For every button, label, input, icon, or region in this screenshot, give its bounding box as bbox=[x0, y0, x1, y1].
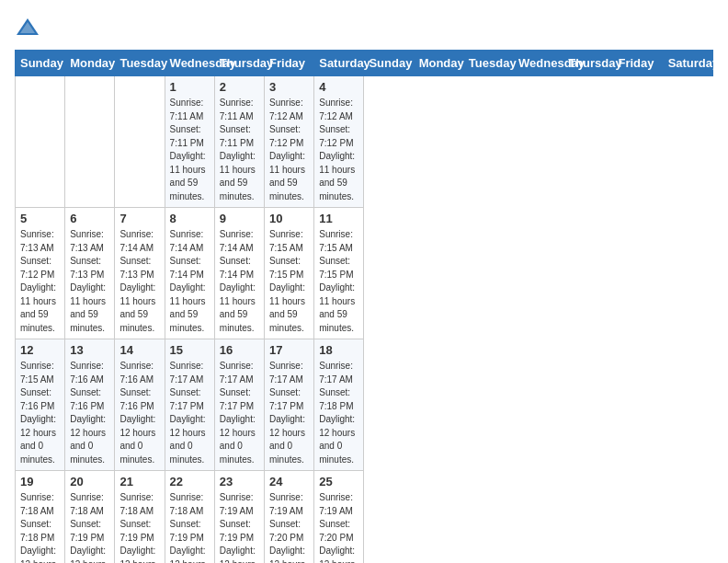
day-info: Sunrise: 7:19 AM Sunset: 7:20 PM Dayligh… bbox=[269, 491, 309, 563]
day-number: 25 bbox=[319, 475, 358, 488]
day-info: Sunrise: 7:18 AM Sunset: 7:19 PM Dayligh… bbox=[119, 491, 159, 563]
day-number: 10 bbox=[269, 212, 309, 225]
header-wednesday: Wednesday bbox=[165, 51, 214, 76]
day-number: 12 bbox=[20, 343, 60, 357]
day-number: 18 bbox=[319, 343, 358, 357]
day-info: Sunrise: 7:15 AM Sunset: 7:15 PM Dayligh… bbox=[269, 228, 309, 335]
header-thursday: Thursday bbox=[214, 51, 264, 76]
calendar-header-row: SundayMondayTuesdayWednesdayThursdayFrid… bbox=[16, 51, 713, 76]
calendar-week-row: 1Sunrise: 7:11 AM Sunset: 7:11 PM Daylig… bbox=[16, 76, 713, 208]
day-info: Sunrise: 7:18 AM Sunset: 7:19 PM Dayligh… bbox=[170, 491, 210, 563]
calendar-cell: 4Sunrise: 7:12 AM Sunset: 7:12 PM Daylig… bbox=[314, 76, 364, 208]
day-info: Sunrise: 7:17 AM Sunset: 7:18 PM Dayligh… bbox=[319, 360, 358, 466]
header-thursday: Thursday bbox=[563, 51, 613, 76]
calendar-week-row: 12Sunrise: 7:15 AM Sunset: 7:16 PM Dayli… bbox=[16, 339, 713, 471]
day-info: Sunrise: 7:19 AM Sunset: 7:19 PM Dayligh… bbox=[220, 491, 259, 563]
day-number: 19 bbox=[20, 475, 60, 488]
header-saturday: Saturday bbox=[663, 51, 712, 76]
header-friday: Friday bbox=[265, 51, 314, 76]
day-info: Sunrise: 7:14 AM Sunset: 7:13 PM Dayligh… bbox=[119, 228, 159, 335]
calendar-cell: 9Sunrise: 7:14 AM Sunset: 7:14 PM Daylig… bbox=[214, 208, 264, 339]
calendar-week-row: 19Sunrise: 7:18 AM Sunset: 7:18 PM Dayli… bbox=[16, 471, 713, 564]
calendar-cell bbox=[115, 76, 165, 208]
day-info: Sunrise: 7:18 AM Sunset: 7:18 PM Dayligh… bbox=[20, 491, 60, 563]
calendar-cell: 11Sunrise: 7:15 AM Sunset: 7:15 PM Dayli… bbox=[314, 208, 364, 339]
calendar-cell: 17Sunrise: 7:17 AM Sunset: 7:17 PM Dayli… bbox=[265, 339, 314, 471]
header-friday: Friday bbox=[613, 51, 663, 76]
day-number: 24 bbox=[269, 475, 309, 488]
calendar-cell: 3Sunrise: 7:12 AM Sunset: 7:12 PM Daylig… bbox=[265, 76, 314, 208]
day-number: 14 bbox=[119, 343, 159, 357]
day-number: 8 bbox=[170, 212, 210, 225]
header-monday: Monday bbox=[65, 51, 115, 76]
day-number: 1 bbox=[170, 80, 210, 94]
header-sunday: Sunday bbox=[16, 51, 65, 76]
header-wednesday: Wednesday bbox=[514, 51, 563, 76]
day-info: Sunrise: 7:14 AM Sunset: 7:14 PM Dayligh… bbox=[170, 228, 210, 335]
day-info: Sunrise: 7:11 AM Sunset: 7:11 PM Dayligh… bbox=[170, 97, 210, 203]
day-number: 15 bbox=[170, 343, 210, 357]
calendar-cell: 22Sunrise: 7:18 AM Sunset: 7:19 PM Dayli… bbox=[165, 471, 214, 564]
calendar-cell bbox=[65, 76, 115, 208]
day-number: 2 bbox=[220, 80, 259, 94]
day-info: Sunrise: 7:11 AM Sunset: 7:11 PM Dayligh… bbox=[220, 97, 259, 203]
header-tuesday: Tuesday bbox=[463, 51, 513, 76]
calendar-cell: 1Sunrise: 7:11 AM Sunset: 7:11 PM Daylig… bbox=[165, 76, 214, 208]
day-info: Sunrise: 7:12 AM Sunset: 7:12 PM Dayligh… bbox=[319, 97, 358, 203]
day-number: 17 bbox=[269, 343, 309, 357]
calendar-cell: 21Sunrise: 7:18 AM Sunset: 7:19 PM Dayli… bbox=[115, 471, 165, 564]
calendar-cell: 16Sunrise: 7:17 AM Sunset: 7:17 PM Dayli… bbox=[214, 339, 264, 471]
day-info: Sunrise: 7:13 AM Sunset: 7:12 PM Dayligh… bbox=[20, 228, 60, 335]
calendar-cell: 2Sunrise: 7:11 AM Sunset: 7:11 PM Daylig… bbox=[214, 76, 264, 208]
header-monday: Monday bbox=[414, 51, 463, 76]
calendar-cell: 15Sunrise: 7:17 AM Sunset: 7:17 PM Dayli… bbox=[165, 339, 214, 471]
calendar-cell: 10Sunrise: 7:15 AM Sunset: 7:15 PM Dayli… bbox=[265, 208, 314, 339]
day-info: Sunrise: 7:13 AM Sunset: 7:13 PM Dayligh… bbox=[70, 228, 109, 335]
calendar-cell: 18Sunrise: 7:17 AM Sunset: 7:18 PM Dayli… bbox=[314, 339, 364, 471]
day-number: 21 bbox=[119, 475, 159, 488]
day-number: 3 bbox=[269, 80, 309, 94]
day-number: 5 bbox=[20, 212, 60, 225]
day-number: 20 bbox=[70, 475, 109, 488]
calendar-week-row: 5Sunrise: 7:13 AM Sunset: 7:12 PM Daylig… bbox=[16, 208, 713, 339]
calendar-cell: 14Sunrise: 7:16 AM Sunset: 7:16 PM Dayli… bbox=[115, 339, 165, 471]
day-info: Sunrise: 7:15 AM Sunset: 7:15 PM Dayligh… bbox=[319, 228, 358, 335]
calendar-cell: 6Sunrise: 7:13 AM Sunset: 7:13 PM Daylig… bbox=[65, 208, 115, 339]
day-number: 4 bbox=[319, 80, 358, 94]
day-info: Sunrise: 7:17 AM Sunset: 7:17 PM Dayligh… bbox=[170, 360, 210, 466]
calendar-cell: 7Sunrise: 7:14 AM Sunset: 7:13 PM Daylig… bbox=[115, 208, 165, 339]
day-info: Sunrise: 7:15 AM Sunset: 7:16 PM Dayligh… bbox=[20, 360, 60, 466]
day-info: Sunrise: 7:17 AM Sunset: 7:17 PM Dayligh… bbox=[269, 360, 309, 466]
day-number: 11 bbox=[319, 212, 358, 225]
day-info: Sunrise: 7:14 AM Sunset: 7:14 PM Dayligh… bbox=[220, 228, 259, 335]
day-number: 9 bbox=[220, 212, 259, 225]
page-header bbox=[15, 15, 713, 40]
day-info: Sunrise: 7:16 AM Sunset: 7:16 PM Dayligh… bbox=[70, 360, 109, 466]
header-tuesday: Tuesday bbox=[115, 51, 165, 76]
day-number: 23 bbox=[220, 475, 259, 488]
day-info: Sunrise: 7:18 AM Sunset: 7:19 PM Dayligh… bbox=[70, 491, 109, 563]
calendar-cell: 13Sunrise: 7:16 AM Sunset: 7:16 PM Dayli… bbox=[65, 339, 115, 471]
day-info: Sunrise: 7:16 AM Sunset: 7:16 PM Dayligh… bbox=[119, 360, 159, 466]
calendar-cell: 19Sunrise: 7:18 AM Sunset: 7:18 PM Dayli… bbox=[16, 471, 65, 564]
header-saturday: Saturday bbox=[314, 51, 364, 76]
calendar-cell: 25Sunrise: 7:19 AM Sunset: 7:20 PM Dayli… bbox=[314, 471, 364, 564]
header-sunday: Sunday bbox=[364, 51, 414, 76]
logo-icon bbox=[15, 15, 40, 40]
day-info: Sunrise: 7:17 AM Sunset: 7:17 PM Dayligh… bbox=[220, 360, 259, 466]
logo bbox=[15, 15, 44, 40]
day-info: Sunrise: 7:12 AM Sunset: 7:12 PM Dayligh… bbox=[269, 97, 309, 203]
day-number: 6 bbox=[70, 212, 109, 225]
calendar-cell: 24Sunrise: 7:19 AM Sunset: 7:20 PM Dayli… bbox=[265, 471, 314, 564]
day-number: 22 bbox=[170, 475, 210, 488]
calendar-cell: 12Sunrise: 7:15 AM Sunset: 7:16 PM Dayli… bbox=[16, 339, 65, 471]
calendar-cell: 8Sunrise: 7:14 AM Sunset: 7:14 PM Daylig… bbox=[165, 208, 214, 339]
day-info: Sunrise: 7:19 AM Sunset: 7:20 PM Dayligh… bbox=[319, 491, 358, 563]
day-number: 7 bbox=[119, 212, 159, 225]
calendar-cell bbox=[16, 76, 65, 208]
day-number: 16 bbox=[220, 343, 259, 357]
day-number: 13 bbox=[70, 343, 109, 357]
calendar-cell: 23Sunrise: 7:19 AM Sunset: 7:19 PM Dayli… bbox=[214, 471, 264, 564]
calendar-cell: 5Sunrise: 7:13 AM Sunset: 7:12 PM Daylig… bbox=[16, 208, 65, 339]
calendar-cell: 20Sunrise: 7:18 AM Sunset: 7:19 PM Dayli… bbox=[65, 471, 115, 564]
